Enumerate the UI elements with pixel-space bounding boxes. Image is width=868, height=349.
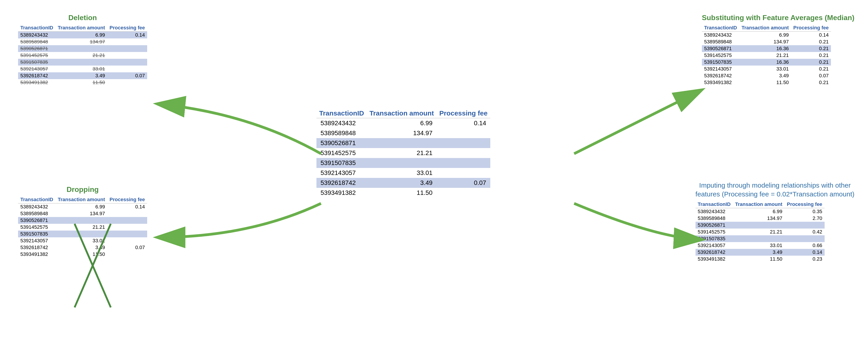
cell-fee: 0.14 xyxy=(791,32,831,39)
cell-amount: 11.50 xyxy=(55,79,107,86)
cell-fee: 0.23 xyxy=(784,256,825,262)
cell-fee xyxy=(107,210,147,217)
cell-amount: 33.01 xyxy=(367,168,436,178)
drop-col-fee: Processing fee xyxy=(107,196,147,203)
cell-id: 5392618742 xyxy=(695,249,733,256)
cell-id: 5389243432 xyxy=(18,32,55,39)
cell-fee: 0.21 xyxy=(791,52,831,59)
cell-amount: 11.50 xyxy=(55,251,107,258)
cell-amount: 16.36 xyxy=(739,45,791,52)
imp-col-id: TransactionID xyxy=(695,201,733,208)
cell-amount: 6.99 xyxy=(367,118,436,128)
cell-fee: 0.07 xyxy=(791,72,831,79)
cell-amount: 33.01 xyxy=(733,242,784,249)
cell-fee: 0.21 xyxy=(791,79,831,86)
cell-amount: 6.99 xyxy=(55,32,107,39)
cell-fee xyxy=(436,188,490,198)
cell-amount: 134.97 xyxy=(739,38,791,45)
sub-col-fee: Processing fee xyxy=(791,24,831,32)
cell-amount: 3.49 xyxy=(739,72,791,79)
cell-amount: 3.49 xyxy=(733,249,784,256)
imputing-table: TransactionID Transaction amount Process… xyxy=(695,201,825,262)
cell-id: 5389243432 xyxy=(702,32,739,39)
cell-fee xyxy=(436,138,490,148)
del-col-fee: Processing fee xyxy=(107,24,147,32)
cell-id: 5391452575 xyxy=(702,52,739,59)
cell-fee xyxy=(436,148,490,158)
cell-id: 5390526871 xyxy=(695,222,733,228)
cell-fee xyxy=(107,38,147,45)
cell-amount xyxy=(55,59,107,66)
cell-amount: 21.21 xyxy=(733,228,784,235)
cell-fee: 0.21 xyxy=(791,38,831,45)
substituting-section: Substituting with Feature Averages (Medi… xyxy=(702,13,855,86)
cell-amount xyxy=(733,235,784,242)
cell-amount: 33.01 xyxy=(55,66,107,72)
del-col-amount: Transaction amount xyxy=(55,24,107,32)
cell-amount: 3.49 xyxy=(367,178,436,188)
cell-id: 5389589848 xyxy=(316,128,367,138)
cell-amount: 134.97 xyxy=(733,215,784,222)
center-col-fee: Processing fee xyxy=(436,108,490,118)
cell-id: 5390526871 xyxy=(702,45,739,52)
cell-amount: 6.99 xyxy=(55,203,107,211)
cell-fee: 0.07 xyxy=(107,72,147,79)
cell-id: 5391452575 xyxy=(18,52,55,59)
cell-id: 5389589848 xyxy=(18,210,55,217)
drop-col-id: TransactionID xyxy=(18,196,55,203)
cell-fee xyxy=(436,168,490,178)
cell-fee xyxy=(107,66,147,72)
center-col-id: TransactionID xyxy=(316,108,367,118)
imp-col-fee: Processing fee xyxy=(784,201,825,208)
cell-id: 5392143057 xyxy=(316,168,367,178)
cell-id: 5389589848 xyxy=(18,38,55,45)
cell-id: 5391452575 xyxy=(695,228,733,235)
cell-id: 5389243432 xyxy=(695,208,733,215)
cell-id: 5390526871 xyxy=(18,217,55,224)
cell-id: 5389589848 xyxy=(695,215,733,222)
cell-amount xyxy=(733,222,784,228)
deletion-table: TransactionID Transaction amount Process… xyxy=(18,24,147,86)
cell-id: 5389243432 xyxy=(316,118,367,128)
cell-fee: 0.14 xyxy=(107,32,147,39)
cell-id: 5389243432 xyxy=(18,203,55,211)
cell-fee xyxy=(784,222,825,228)
cell-amount xyxy=(367,158,436,168)
deletion-section: Deletion TransactionID Transaction amoun… xyxy=(18,13,147,86)
cell-amount: 21.21 xyxy=(55,52,107,59)
cell-fee: 0.14 xyxy=(436,118,490,128)
cell-amount: 11.50 xyxy=(733,256,784,262)
cell-amount: 3.49 xyxy=(55,72,107,79)
deletion-title: Deletion xyxy=(18,13,147,22)
cell-fee: 0.21 xyxy=(791,59,831,66)
cell-id: 5392143057 xyxy=(18,237,55,244)
cell-id: 5393491382 xyxy=(18,251,55,258)
cell-amount: 21.21 xyxy=(739,52,791,59)
cell-amount xyxy=(55,230,107,237)
cell-amount: 21.21 xyxy=(367,148,436,158)
cell-id: 5390526871 xyxy=(18,45,55,52)
sub-col-id: TransactionID xyxy=(702,24,739,32)
cell-amount: 134.97 xyxy=(367,128,436,138)
cell-fee: 0.14 xyxy=(784,249,825,256)
cell-fee xyxy=(107,237,147,244)
cell-fee: 0.21 xyxy=(791,45,831,52)
substituting-title: Substituting with Feature Averages (Medi… xyxy=(702,13,855,22)
cell-amount: 6.99 xyxy=(739,32,791,39)
cell-fee xyxy=(107,52,147,59)
cell-id: 5393491382 xyxy=(316,188,367,198)
cell-fee xyxy=(436,128,490,138)
cell-amount: 33.01 xyxy=(739,66,791,72)
cell-id: 5392618742 xyxy=(18,72,55,79)
cell-amount: 33.01 xyxy=(55,237,107,244)
cell-fee xyxy=(107,230,147,237)
cell-fee xyxy=(107,45,147,52)
center-table-section: TransactionID Transaction amount Process… xyxy=(316,108,490,198)
cell-id: 5393491382 xyxy=(18,79,55,86)
cell-fee: 2.70 xyxy=(784,215,825,222)
cell-id: 5391507835 xyxy=(18,59,55,66)
cell-id: 5391452575 xyxy=(316,148,367,158)
cell-amount: 3.49 xyxy=(55,244,107,251)
cell-fee xyxy=(784,235,825,242)
cell-amount: 11.50 xyxy=(739,79,791,86)
